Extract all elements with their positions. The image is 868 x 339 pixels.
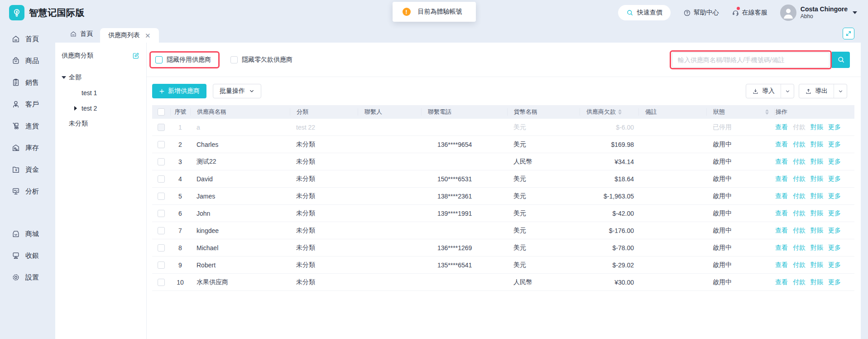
action-link-reconcile[interactable]: 對賬 [810, 209, 823, 218]
sidebar-item-top-1[interactable]: 商品 [0, 50, 55, 72]
action-link-view[interactable]: 查看 [775, 278, 788, 286]
action-link-reconcile[interactable]: 對賬 [810, 244, 823, 252]
add-supplier-button[interactable]: 新增供應商 [152, 84, 206, 98]
action-link-more[interactable]: 更多 [828, 278, 841, 286]
action-link-more[interactable]: 更多 [828, 140, 841, 149]
action-link-view[interactable]: 查看 [775, 192, 788, 200]
action-link-reconcile[interactable]: 對賬 [810, 123, 823, 131]
search-button[interactable] [832, 52, 850, 68]
tree-item-0[interactable]: 全部 [62, 70, 140, 85]
action-link-reconcile[interactable]: 對賬 [810, 261, 823, 269]
action-link-view[interactable]: 查看 [775, 209, 788, 218]
sidebar-item-top-2[interactable]: 銷售 [0, 72, 55, 93]
action-link-view[interactable]: 查看 [775, 261, 788, 269]
row-checkbox[interactable] [158, 158, 165, 165]
action-link-reconcile[interactable]: 對賬 [810, 278, 823, 286]
row-checkbox[interactable] [158, 279, 165, 286]
sort-icon[interactable] [765, 109, 769, 115]
action-link-more[interactable]: 更多 [828, 158, 841, 166]
row-checkbox[interactable] [158, 141, 165, 148]
cell-phone: 136****1269 [421, 244, 507, 252]
tree-item-2[interactable]: test 2 [62, 101, 140, 116]
close-icon[interactable]: ✕ [145, 32, 151, 39]
sidebar-item-top-3[interactable]: 客戶 [0, 93, 55, 115]
action-link-view[interactable]: 查看 [775, 123, 788, 131]
hide-disabled-checkbox[interactable] [155, 56, 163, 63]
hide-zero-debt-checkbox[interactable] [230, 56, 238, 63]
action-link-reconcile[interactable]: 對賬 [810, 140, 823, 149]
row-checkbox[interactable] [158, 244, 165, 252]
action-link-more[interactable]: 更多 [828, 123, 841, 131]
export-button[interactable]: 導出 [799, 84, 834, 98]
sidebar-item-bottom-1[interactable]: 收銀 [0, 245, 55, 266]
sidebar-item-bottom-0[interactable]: 商城 [0, 223, 55, 245]
row-checkbox[interactable] [158, 124, 165, 131]
row-checkbox[interactable] [158, 210, 165, 217]
action-link-more[interactable]: 更多 [828, 261, 841, 269]
batch-actions-button[interactable]: 批量操作 [213, 84, 261, 98]
action-link-pay[interactable]: 付款 [793, 175, 806, 183]
action-link-reconcile[interactable]: 對賬 [810, 227, 823, 235]
action-link-view[interactable]: 查看 [775, 175, 788, 183]
sidebar-item-top-6[interactable]: ¥資金 [0, 159, 55, 180]
supplier-search-input[interactable] [672, 52, 830, 68]
cell-num: 10 [170, 279, 190, 286]
action-link-pay[interactable]: 付款 [793, 261, 806, 269]
action-link-more[interactable]: 更多 [828, 227, 841, 235]
user-menu[interactable]: Costa Chingore Abho [780, 5, 857, 21]
action-link-pay[interactable]: 付款 [793, 158, 806, 166]
settings-icon [11, 273, 20, 282]
action-link-pay[interactable]: 付款 [793, 278, 806, 286]
action-link-view[interactable]: 查看 [775, 227, 788, 235]
action-link-more[interactable]: 更多 [828, 192, 841, 200]
action-link-pay[interactable]: 付款 [793, 140, 806, 149]
action-link-pay[interactable]: 付款 [793, 244, 806, 252]
tree-caret-down-icon[interactable] [62, 76, 69, 79]
row-checkbox[interactable] [158, 227, 165, 234]
cell-status: 啟用中 [706, 192, 774, 200]
expand-button[interactable] [843, 28, 854, 39]
action-link-view[interactable]: 查看 [775, 140, 788, 149]
table-row: 1atest 22美元$-6.00已停用查看付款對賬更多 [152, 119, 854, 136]
cell-num: 2 [170, 141, 190, 148]
export-more-button[interactable] [834, 84, 847, 98]
cell-currency: 美元 [507, 244, 580, 252]
tab-supplier-list[interactable]: 供應商列表 ✕ [100, 28, 159, 43]
sidebar-item-top-0[interactable]: 首頁 [0, 28, 55, 50]
row-checkbox[interactable] [158, 262, 165, 269]
sidebar-item-top-7[interactable]: 分析 [0, 180, 55, 202]
action-link-reconcile[interactable]: 對賬 [810, 175, 823, 183]
action-link-more[interactable]: 更多 [828, 209, 841, 218]
sidebar-item-top-4[interactable]: 進貨 [0, 115, 55, 137]
cell-name: 水果供应商 [190, 278, 290, 286]
row-checkbox[interactable] [158, 175, 165, 183]
import-button[interactable]: 導入 [746, 84, 781, 98]
action-link-reconcile[interactable]: 對賬 [810, 158, 823, 166]
action-link-pay[interactable]: 付款 [793, 192, 806, 200]
chevron-down-icon [249, 88, 254, 94]
action-link-view[interactable]: 查看 [775, 158, 788, 166]
home-icon [70, 30, 77, 38]
action-link-more[interactable]: 更多 [828, 175, 841, 183]
sidebar-item-bottom-2[interactable]: 設置 [0, 266, 55, 288]
action-link-reconcile[interactable]: 對賬 [810, 192, 823, 200]
quick-quote-button[interactable]: 快速查價 [618, 5, 671, 20]
action-link-pay[interactable]: 付款 [793, 209, 806, 218]
tab-home[interactable]: 首頁 [62, 25, 100, 43]
import-more-button[interactable] [781, 84, 794, 98]
tree-item-3[interactable]: 未分類 [62, 116, 140, 131]
select-all-checkbox[interactable] [158, 108, 165, 116]
edit-category-icon[interactable] [132, 52, 140, 60]
action-link-pay[interactable]: 付款 [793, 227, 806, 235]
sort-icon[interactable] [618, 109, 622, 115]
online-service-button[interactable]: 在線客服 [732, 9, 767, 17]
sidebar-item-top-5[interactable]: 庫存 [0, 137, 55, 159]
tree-caret-right-icon[interactable] [74, 106, 82, 111]
cell-name: kingdee [190, 227, 290, 234]
help-center-button[interactable]: 幫助中心 [683, 9, 719, 17]
action-link-more[interactable]: 更多 [828, 244, 841, 252]
row-checkbox[interactable] [158, 193, 165, 200]
action-link-view[interactable]: 查看 [775, 244, 788, 252]
tree-item-1[interactable]: test 1 [62, 85, 140, 101]
cell-status: 啟用中 [706, 140, 774, 149]
